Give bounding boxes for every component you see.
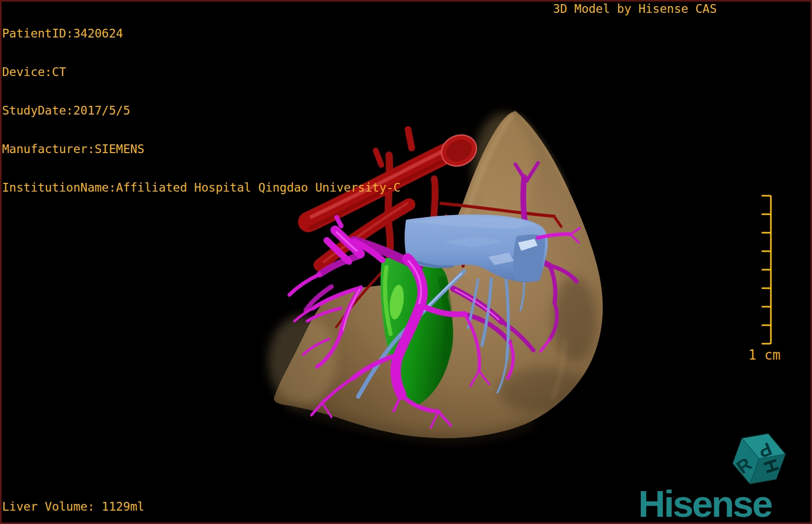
institution-text: InstitutionName:Affiliated Hospital Qing… (2, 181, 400, 194)
study-date-text: StudyDate:2017/5/5 (2, 104, 400, 117)
hisense-cas-3d-window: { "patient_info": { "lines": [ "PatientI… (0, 0, 812, 524)
patient-id-text: PatientID:3420624 (2, 27, 400, 40)
device-text: Device:CT (2, 66, 400, 79)
scale-bar-label: 1 cm (748, 347, 781, 363)
liver-volume-readout: Liver Volume: 1129ml (2, 500, 144, 513)
model-watermark-title: 3D Model by Hisense CAS (553, 3, 717, 15)
patient-info-block: PatientID:3420624 Device:CT StudyDate:20… (2, 2, 400, 207)
hisense-wordmark: Hisense (638, 485, 771, 522)
scale-bar (762, 196, 771, 344)
manufacturer-text: Manufacturer:SIEMENS (2, 143, 400, 156)
